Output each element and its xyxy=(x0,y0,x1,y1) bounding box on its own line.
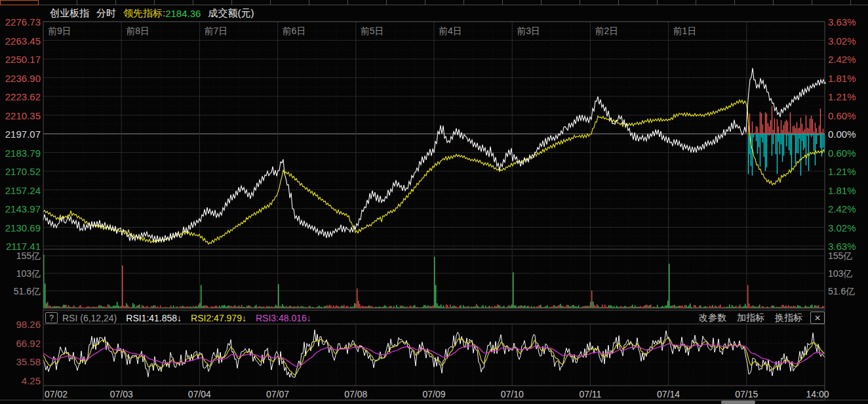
day-label: 前6日 xyxy=(283,26,306,37)
date-label: 07/09 xyxy=(422,389,445,399)
date-label: 07/07 xyxy=(266,389,289,399)
pct-axis-label: 1.81% xyxy=(828,185,856,195)
pct-axis-label: 2.42% xyxy=(828,54,856,64)
horizontal-scrollbar[interactable] xyxy=(0,401,868,404)
pct-axis-label: 1.81% xyxy=(828,73,856,83)
chart-canvas[interactable] xyxy=(0,0,868,404)
pct-axis-label: 3.63% xyxy=(828,17,856,27)
day-label: 前4日 xyxy=(439,26,462,37)
time-label: 14:00 xyxy=(806,389,829,399)
price-axis-label: 2197.07 xyxy=(5,129,41,139)
volume-axis-label: 103亿 xyxy=(16,268,41,278)
switch-indicator-button[interactable]: 换指标 xyxy=(775,312,802,324)
rsi-axis-label: 35.58 xyxy=(16,357,41,367)
volume-axis-label: 51.6亿 xyxy=(828,286,855,296)
pct-axis-label: 0.60% xyxy=(828,110,856,120)
rsi-axis-label: 66.92 xyxy=(16,338,41,348)
volume-axis-label: 155亿 xyxy=(828,251,852,261)
help-icon[interactable]: ? xyxy=(45,312,58,323)
rsi-axis-label: 98.26 xyxy=(16,319,41,329)
day-label: 前3日 xyxy=(517,26,540,37)
rsi-indicator-name: RSI (6,12,24) xyxy=(62,313,117,323)
price-axis-label: 2236.90 xyxy=(5,73,41,83)
price-axis-label: 2250.17 xyxy=(5,54,41,64)
day-label: 前5日 xyxy=(361,26,384,37)
date-label: 07/03 xyxy=(110,389,133,399)
volume-axis-label: 103亿 xyxy=(828,268,852,278)
pct-axis-label: 3.63% xyxy=(828,241,856,251)
pct-axis-label: 3.02% xyxy=(828,222,856,232)
pct-axis-label: 3.02% xyxy=(828,35,856,45)
pct-axis-label: 1.21% xyxy=(828,92,856,102)
price-axis-label: 2170.52 xyxy=(5,167,41,176)
day-label: 前2日 xyxy=(595,26,618,37)
day-label: 前1日 xyxy=(673,26,697,37)
day-label: 前7日 xyxy=(204,26,227,37)
date-label: 07/15 xyxy=(735,389,758,399)
price-axis-label: 2263.45 xyxy=(5,35,41,45)
day-label: 前8日 xyxy=(126,26,149,37)
volume-axis-label: 155亿 xyxy=(16,251,41,261)
close-icon[interactable]: ✕ xyxy=(810,312,825,324)
price-axis-label: 2157.24 xyxy=(5,185,41,195)
rsi3-readout: RSI3:48.016↓ xyxy=(256,313,311,323)
day-label: 前9日 xyxy=(48,26,71,37)
change-params-button[interactable]: 改参数 xyxy=(699,312,726,324)
price-axis-label: 2223.62 xyxy=(5,92,41,102)
pct-axis-label: 0.00% xyxy=(828,129,856,139)
rsi-axis-label: 4.25 xyxy=(22,375,41,385)
rsi1-readout: RSI1:41.858↓ xyxy=(126,313,182,323)
price-axis-label: 2183.79 xyxy=(5,148,41,157)
price-axis-label: 2276.73 xyxy=(5,17,41,27)
price-axis-label: 2130.69 xyxy=(5,222,41,232)
date-label: 07/11 xyxy=(579,389,601,399)
date-label: 07/08 xyxy=(344,389,367,399)
date-label: 07/02 xyxy=(45,389,68,399)
date-label: 07/04 xyxy=(188,389,211,399)
pct-axis-label: 0.60% xyxy=(828,148,856,157)
rsi-header-bar: ? RSI (6,12,24) RSI1:41.858↓ RSI2:47.979… xyxy=(43,311,825,325)
date-label: 07/10 xyxy=(501,389,524,399)
pct-axis-label: 2.42% xyxy=(828,204,856,214)
date-label: 07/14 xyxy=(657,389,680,399)
price-axis-label: 2143.97 xyxy=(5,204,41,214)
rsi2-readout: RSI2:47.979↓ xyxy=(191,313,247,323)
scrollbar-thumb[interactable] xyxy=(721,401,755,404)
volume-axis-label: 51.6亿 xyxy=(14,286,41,296)
add-indicator-button[interactable]: 加指标 xyxy=(737,312,764,324)
pct-axis-label: 1.21% xyxy=(828,167,856,176)
price-axis-label: 2210.35 xyxy=(5,110,41,120)
chart-window: 创业板指 分时 领先指标: 2184.36 成交额(元) 2276.732263… xyxy=(0,0,868,404)
price-axis-label: 2117.41 xyxy=(6,241,41,251)
